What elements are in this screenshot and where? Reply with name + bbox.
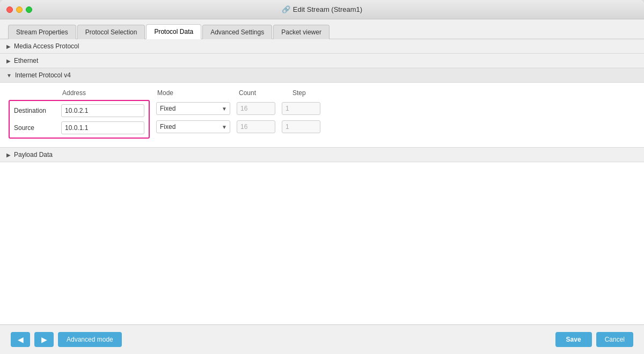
source-address-input[interactable] <box>61 121 144 134</box>
titlebar: 🔗 Edit Stream (Stream1) <box>0 0 644 19</box>
header-mode: Mode <box>157 89 239 97</box>
minimize-button[interactable] <box>16 6 23 13</box>
section-internet-protocol[interactable]: ▼ Internet Protocol v4 <box>0 68 644 83</box>
traffic-lights <box>6 6 32 13</box>
content-spacer <box>0 162 644 324</box>
section-payload-data[interactable]: ▶ Payload Data <box>0 148 644 162</box>
prev-button[interactable]: ◀ <box>11 332 30 347</box>
section-label-ip: Internet Protocol v4 <box>15 71 71 79</box>
form-headers: Address Mode Count Step <box>62 89 635 100</box>
window-title: 🔗 Edit Stream (Stream1) <box>282 5 362 13</box>
ip-form-content: Address Mode Count Step Destination So <box>0 83 644 148</box>
advanced-mode-button[interactable]: Advanced mode <box>58 332 122 347</box>
highlighted-address-box: Destination Source <box>9 100 150 139</box>
close-button[interactable] <box>6 6 13 13</box>
destination-mcs-row: Fixed Increment Decrement Random ▼ <box>156 102 320 115</box>
destination-label: Destination <box>14 107 61 114</box>
mode-count-step-group: Fixed Increment Decrement Random ▼ <box>156 100 320 133</box>
bottom-right-controls: Save Cancel <box>555 332 633 347</box>
destination-address-input[interactable] <box>61 104 144 117</box>
tab-advanced-settings[interactable]: Advanced Settings <box>202 25 272 39</box>
prev-icon: ◀ <box>18 335 24 344</box>
header-step: Step <box>292 89 335 97</box>
destination-row: Destination <box>14 104 144 117</box>
destination-step-input[interactable] <box>282 102 320 115</box>
header-address: Address <box>62 89 157 97</box>
source-label: Source <box>14 124 61 132</box>
maximize-button[interactable] <box>26 6 32 13</box>
main-window: 🔗 Edit Stream (Stream1) Stream Propertie… <box>0 0 644 354</box>
destination-count-input[interactable] <box>237 102 275 115</box>
source-mode-wrapper: Fixed Increment Decrement Random ▼ <box>156 120 230 133</box>
cancel-button[interactable]: Cancel <box>596 332 633 347</box>
tab-protocol-selection[interactable]: Protocol Selection <box>77 25 145 39</box>
destination-mode-wrapper: Fixed Increment Decrement Random ▼ <box>156 102 230 115</box>
source-row: Source <box>14 121 144 134</box>
next-icon: ▶ <box>41 335 47 344</box>
tab-packet-viewer[interactable]: Packet viewer <box>273 25 330 39</box>
header-count: Count <box>239 89 292 97</box>
section-label-ethernet: Ethernet <box>14 57 38 64</box>
collapse-arrow-payload: ▶ <box>6 152 11 158</box>
tab-stream-properties[interactable]: Stream Properties <box>8 25 76 39</box>
main-content: ▶ Media Access Protocol ▶ Ethernet ▼ Int… <box>0 39 644 324</box>
collapse-arrow-ip: ▼ <box>6 73 12 78</box>
save-button[interactable]: Save <box>555 332 592 347</box>
source-mode-select[interactable]: Fixed Increment Decrement Random <box>156 120 230 133</box>
bottom-bar: ◀ ▶ Advanced mode Save Cancel <box>0 324 644 354</box>
section-ethernet[interactable]: ▶ Ethernet <box>0 54 644 68</box>
tabs-bar: Stream Properties Protocol Selection Pro… <box>0 19 644 39</box>
section-label-payload: Payload Data <box>14 151 53 158</box>
next-button[interactable]: ▶ <box>34 332 54 347</box>
tab-protocol-data[interactable]: Protocol Data <box>146 24 201 39</box>
source-step-input[interactable] <box>282 120 320 133</box>
source-count-input[interactable] <box>237 120 275 133</box>
destination-mode-select[interactable]: Fixed Increment Decrement Random <box>156 102 230 115</box>
section-label-media: Media Access Protocol <box>14 42 79 50</box>
bottom-left-controls: ◀ ▶ Advanced mode <box>11 332 122 347</box>
ip-table: Address Mode Count Step Destination So <box>0 83 644 147</box>
title-icon: 🔗 <box>282 5 290 13</box>
collapse-arrow-media: ▶ <box>6 44 11 49</box>
form-rows: Destination Source <box>9 100 635 139</box>
section-media-access[interactable]: ▶ Media Access Protocol <box>0 39 644 54</box>
collapse-arrow-ethernet: ▶ <box>6 58 11 64</box>
source-mcs-row: Fixed Increment Decrement Random ▼ <box>156 120 320 133</box>
